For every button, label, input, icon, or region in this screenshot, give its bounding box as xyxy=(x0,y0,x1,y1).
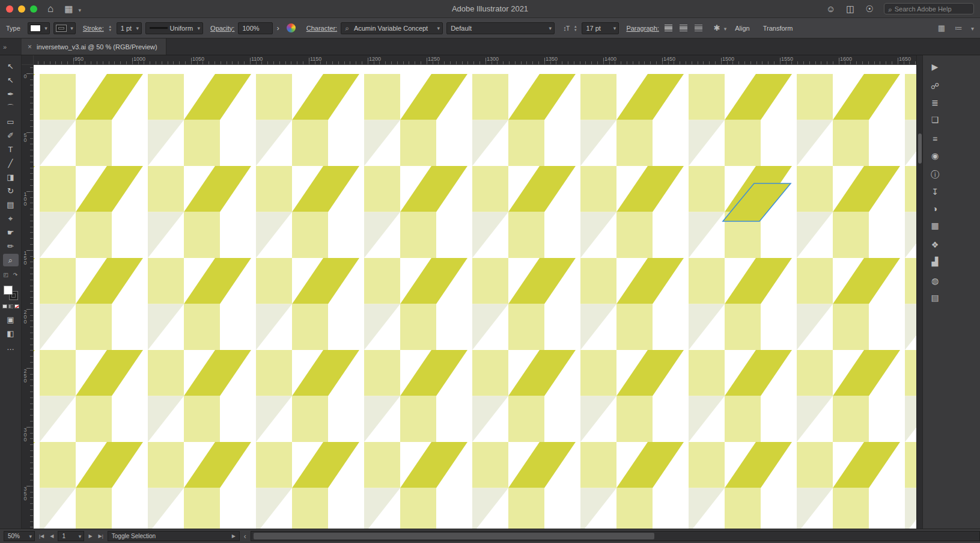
align-right-icon[interactable] xyxy=(695,25,702,31)
account-icon[interactable] xyxy=(826,4,835,13)
asset-export-panel-icon[interactable]: ▤ xyxy=(927,291,943,304)
stroke-color-dropdown[interactable] xyxy=(53,22,76,34)
fill-stroke-indicator[interactable] xyxy=(4,286,18,300)
workspace-switcher-icon[interactable] xyxy=(64,4,73,13)
canvas[interactable] xyxy=(34,65,916,529)
zoom-window-button[interactable] xyxy=(30,5,37,13)
gradient-mode-icon[interactable] xyxy=(8,304,13,308)
close-window-button[interactable] xyxy=(6,5,13,13)
opacity-field[interactable]: 100% xyxy=(238,22,273,34)
eraser-tool[interactable]: ◨ xyxy=(3,171,19,183)
home-icon[interactable] xyxy=(47,4,53,14)
stroke-panel-link[interactable]: Stroke: xyxy=(83,25,104,32)
lightbulb-icon[interactable] xyxy=(866,4,874,13)
warp-chevron-icon[interactable] xyxy=(724,25,727,32)
color-panel-icon[interactable]: ◑ xyxy=(927,202,943,215)
navigator-panel-icon[interactable]: ◍ xyxy=(927,274,943,287)
layers-panel-icon[interactable]: ≡ xyxy=(927,132,943,146)
arrange-documents-icon[interactable] xyxy=(846,4,854,13)
rotate-tool[interactable]: ↻ xyxy=(3,185,19,197)
hand-tool[interactable]: ☛ xyxy=(3,226,19,239)
toolbar-overflow-icon[interactable]: » xyxy=(0,38,22,55)
export-panel-icon[interactable]: ↧ xyxy=(927,185,943,198)
paragraph-panel-link[interactable]: Paragraph: xyxy=(626,25,659,32)
collapse-panels-icon[interactable]: ▶ xyxy=(927,60,943,73)
opacity-panel-link[interactable]: Opacity: xyxy=(210,25,234,32)
info-panel-icon[interactable]: ⓘ xyxy=(927,168,943,182)
gradient-tool[interactable]: ▤ xyxy=(3,198,19,211)
stroke-weight-dropdown[interactable]: 1 pt xyxy=(117,22,142,34)
next-artboard-button[interactable]: ▶ xyxy=(87,533,94,539)
stroke-profile-dropdown[interactable]: Uniform xyxy=(145,22,203,34)
horizontal-scrollbar-thumb[interactable] xyxy=(254,533,654,539)
more-options-icon[interactable] xyxy=(966,25,974,32)
status-flyout-icon[interactable]: ▶ xyxy=(232,533,236,539)
ruler-corner[interactable] xyxy=(22,55,34,65)
vertical-scrollbar[interactable] xyxy=(916,55,922,529)
font-size-dropdown[interactable]: 17 pt xyxy=(582,22,619,34)
document-tab[interactable]: × inversetwo_v3.ai @ 50 % (RGB/Preview) xyxy=(22,38,166,55)
vertical-ruler[interactable]: 050100150200250300350 xyxy=(22,65,34,529)
workspace-grid-icon[interactable] xyxy=(938,23,945,32)
tab-close-icon[interactable]: × xyxy=(28,43,32,51)
eyedropper-tool[interactable]: ⌖ xyxy=(3,212,19,225)
minimize-window-button[interactable] xyxy=(18,5,25,13)
dock-group: ≡◉ xyxy=(927,132,980,162)
font-style-dropdown[interactable]: Default xyxy=(446,22,555,34)
selection-tool[interactable]: ↖ xyxy=(3,60,19,73)
fill-color-dropdown[interactable] xyxy=(28,22,50,34)
graph-panel-icon[interactable]: ▟ xyxy=(927,255,943,268)
horizontal-scrollbar[interactable] xyxy=(251,531,980,541)
symbols-panel-icon[interactable]: ❖ xyxy=(927,238,943,251)
recolor-artwork-icon[interactable] xyxy=(287,23,296,32)
status-display[interactable]: Toggle Selection ▶ xyxy=(108,531,240,541)
pencil-tool[interactable]: ✏ xyxy=(3,240,19,253)
cc-libraries-panel-icon[interactable]: ☍ xyxy=(927,79,943,93)
first-artboard-button[interactable]: |◀ xyxy=(37,533,46,539)
paintbrush-tool[interactable]: ✐ xyxy=(3,129,19,142)
artboard[interactable] xyxy=(34,65,916,529)
align-button[interactable]: Align xyxy=(735,25,749,32)
align-left-icon[interactable] xyxy=(665,25,672,31)
edit-toolbar-icon[interactable]: … xyxy=(3,341,19,354)
panel-list-icon[interactable] xyxy=(949,23,963,32)
artboards-panel-icon[interactable]: ❏ xyxy=(927,113,943,126)
anchor-point-tool[interactable]: ◰ xyxy=(2,270,10,280)
opacity-flyout-arrow[interactable] xyxy=(276,23,279,32)
none-mode-icon[interactable] xyxy=(14,304,19,308)
line-segment-tool[interactable]: ╱ xyxy=(3,157,19,170)
curvature-tool[interactable]: ⌒ xyxy=(3,102,19,114)
gradient-panel-icon[interactable]: ◉ xyxy=(927,149,943,162)
character-panel-link[interactable]: Character: xyxy=(306,25,337,32)
screen-mode-icon[interactable]: ◧ xyxy=(3,327,19,340)
pen-tool[interactable]: ✒ xyxy=(3,88,19,100)
direct-selection-tool[interactable]: ↖ xyxy=(3,74,19,87)
align-center-icon[interactable] xyxy=(680,25,687,31)
font-family-dropdown[interactable]: Acumin Variable Concept xyxy=(341,22,443,34)
help-search-input[interactable] xyxy=(895,5,964,13)
zoom-tool[interactable]: ⌕ xyxy=(3,254,19,266)
transform-button[interactable]: Transform xyxy=(763,25,793,32)
vertical-scrollbar-thumb[interactable] xyxy=(918,133,922,164)
color-mode-icon[interactable] xyxy=(2,304,7,308)
warp-icon[interactable] xyxy=(714,23,720,32)
fill-swatch[interactable] xyxy=(4,286,13,295)
artboard-navigation-dropdown[interactable]: 1 xyxy=(58,531,84,541)
status-bar: 50% |◀ ◀ 1 ▶ ▶| Toggle Selection ▶ ‹ xyxy=(0,529,980,543)
stroke-weight-stepper[interactable] xyxy=(108,25,113,32)
rectangle-tool[interactable]: ▭ xyxy=(3,115,19,128)
font-size-stepper[interactable] xyxy=(573,25,578,32)
properties-panel-icon[interactable]: ≣ xyxy=(927,96,943,109)
workspace-chevron-icon[interactable] xyxy=(78,4,81,14)
horizontal-ruler[interactable]: 9501000105011001150120012501300135014001… xyxy=(34,55,916,65)
swatches-panel-icon[interactable]: ▦ xyxy=(927,219,943,232)
last-artboard-button[interactable]: ▶| xyxy=(97,533,105,539)
previous-artboard-button[interactable]: ◀ xyxy=(48,533,55,539)
help-search-field[interactable] xyxy=(884,3,974,14)
draw-mode-icon[interactable]: ▣ xyxy=(3,313,19,326)
cube-pattern-artwork[interactable] xyxy=(34,74,916,529)
scroll-left-button[interactable]: ‹ xyxy=(242,532,248,541)
type-tool[interactable]: T xyxy=(3,143,19,156)
free-transform-tool[interactable]: ↷ xyxy=(11,270,20,280)
zoom-level-dropdown[interactable]: 50% xyxy=(4,531,35,541)
